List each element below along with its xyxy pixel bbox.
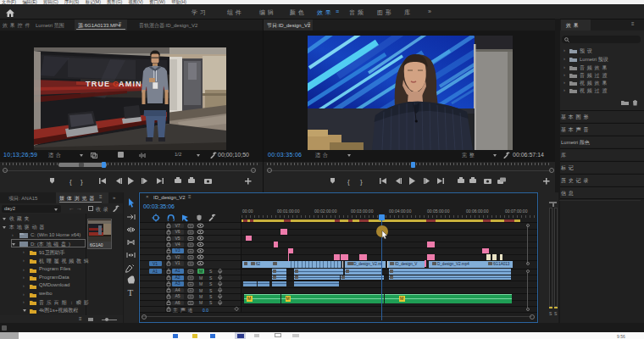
svg-text:G: G	[113, 80, 119, 88]
svg-text:TRUE: TRUE	[86, 80, 110, 88]
svg-text:}: }	[360, 178, 363, 186]
svg-text:}: }	[80, 178, 83, 186]
svg-text:{: {	[69, 178, 72, 186]
svg-text:{: {	[347, 178, 350, 186]
svg-text:T: T	[128, 287, 134, 297]
